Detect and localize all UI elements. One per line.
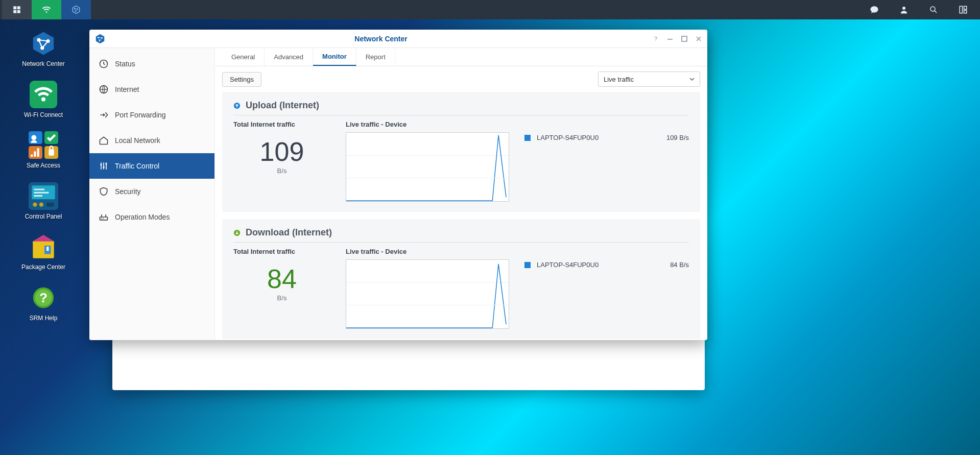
tab-advanced[interactable]: Advanced (265, 48, 313, 66)
legend-value: 84 B/s (670, 261, 689, 269)
legend-name: LAPTOP-S4FUP0U0 (537, 261, 664, 269)
download-arrow-icon (233, 229, 241, 236)
desktop-label: Package Center (21, 264, 65, 272)
download-panel: Download (Internet) Total Internet traff… (222, 219, 700, 339)
desktop-network-center[interactable]: Network Center (8, 30, 79, 68)
svg-point-48 (103, 166, 104, 168)
tab-label: Advanced (274, 53, 303, 61)
total-traffic-label: Total Internet traffic (233, 121, 330, 128)
svg-rect-20 (31, 155, 33, 157)
svg-point-17 (31, 135, 36, 140)
sliders-icon (99, 161, 109, 171)
desktop-label: Wi-Fi Connect (24, 111, 63, 119)
grid-icon (12, 5, 21, 14)
taskbar-wifi-button[interactable] (32, 0, 61, 19)
svg-point-51 (101, 218, 102, 219)
close-button[interactable] (695, 35, 702, 42)
legend-value: 109 B/s (666, 134, 689, 141)
question-icon: ? (653, 36, 659, 42)
taskbar-search-button[interactable] (919, 0, 948, 19)
settings-button[interactable]: Settings (222, 72, 261, 87)
desktop-safe-access[interactable]: Safe Access (8, 131, 79, 170)
upload-arrow-icon (233, 102, 241, 109)
taskbar-apps-button[interactable] (2, 0, 32, 19)
legend-row: LAPTOP-S4FUP0U0 109 B/s (524, 134, 689, 141)
taskbar-widgets-button[interactable] (948, 0, 978, 19)
svg-rect-22 (37, 148, 39, 157)
sidebar-item-status[interactable]: Status (89, 51, 214, 77)
svg-rect-28 (34, 191, 49, 193)
svg-point-47 (100, 164, 102, 165)
upload-value: 109 (233, 138, 330, 165)
sidebar-item-operation-modes[interactable]: Operation Modes (89, 204, 214, 230)
sidebar-item-label: Internet (115, 85, 139, 93)
close-icon (696, 36, 702, 42)
tab-monitor[interactable]: Monitor (313, 48, 356, 66)
tab-general[interactable]: General (222, 48, 265, 66)
desktop-label: Control Panel (25, 213, 62, 221)
svg-rect-11 (964, 11, 967, 13)
network-hex-icon (71, 5, 81, 14)
upload-chart-line (346, 133, 509, 201)
desktop-wifi-connect[interactable]: Wi-Fi Connect (8, 81, 79, 119)
svg-point-52 (103, 218, 104, 219)
maximize-button[interactable] (681, 35, 688, 42)
chart-label: Live traffic - Device (346, 121, 509, 128)
content-area: General Advanced Monitor Report Settings… (215, 48, 707, 340)
svg-point-30 (33, 202, 37, 206)
desktop-label: SRM Help (30, 315, 58, 323)
desktop-srm-help[interactable]: ? SRM Help (8, 284, 79, 323)
svg-rect-3 (17, 10, 20, 13)
svg-text:?: ? (654, 36, 657, 42)
svg-rect-0 (13, 6, 16, 9)
forward-icon (99, 110, 109, 120)
router-icon (99, 212, 109, 222)
titlebar: Network Center ? (89, 30, 707, 48)
shield-icon (99, 186, 109, 197)
help-button[interactable]: ? (652, 35, 659, 42)
svg-point-7 (902, 7, 905, 10)
upload-unit: B/s (233, 167, 330, 175)
legend-swatch (524, 262, 531, 268)
desktop-label: Network Center (22, 60, 64, 68)
taskbar (0, 0, 980, 19)
svg-rect-21 (34, 152, 36, 157)
download-chart-line (346, 260, 509, 328)
minimize-button[interactable] (666, 35, 674, 42)
upload-chart (346, 132, 509, 202)
svg-rect-43 (667, 39, 673, 40)
desktop-package-center[interactable]: Package Center (8, 233, 79, 272)
upload-panel: Upload (Internet) Total Internet traffic… (222, 92, 700, 212)
svg-rect-9 (960, 6, 962, 13)
traffic-view-select[interactable]: Live traffic (598, 71, 700, 87)
desktop-control-panel[interactable]: Control Panel (8, 182, 79, 221)
sidebar-item-security[interactable]: Security (89, 179, 214, 204)
chevron-down-icon (689, 77, 695, 82)
svg-rect-10 (964, 6, 967, 9)
sidebar-item-internet[interactable]: Internet (89, 77, 214, 102)
tab-report[interactable]: Report (356, 48, 395, 66)
svg-rect-44 (682, 36, 687, 41)
desktop-label: Safe Access (27, 162, 60, 170)
sidebar-item-port-forwarding[interactable]: Port Forwarding (89, 102, 214, 128)
sidebar-item-traffic-control[interactable]: Traffic Control (89, 153, 214, 179)
desktop: Network Center Wi-Fi Connect Safe Access… (0, 19, 87, 333)
package-center-icon (29, 233, 58, 260)
tabs: General Advanced Monitor Report (215, 48, 707, 66)
sidebar-item-local-network[interactable]: Local Network (89, 128, 214, 153)
legend-swatch (524, 135, 531, 141)
help-icon: ? (32, 286, 55, 309)
minimize-icon (667, 36, 673, 42)
status-icon (99, 59, 109, 69)
svg-rect-35 (46, 247, 49, 251)
chat-icon (870, 5, 879, 14)
maximize-icon (681, 36, 687, 42)
chart-label: Live traffic - Device (346, 248, 509, 255)
taskbar-chat-button[interactable] (859, 0, 889, 19)
control-panel-icon (29, 182, 58, 210)
sidebar-item-label: Local Network (115, 136, 160, 145)
svg-rect-32 (46, 202, 54, 206)
taskbar-network-center-button[interactable] (61, 0, 91, 19)
taskbar-user-button[interactable] (889, 0, 919, 19)
panel-title: Upload (Internet) (246, 100, 319, 111)
